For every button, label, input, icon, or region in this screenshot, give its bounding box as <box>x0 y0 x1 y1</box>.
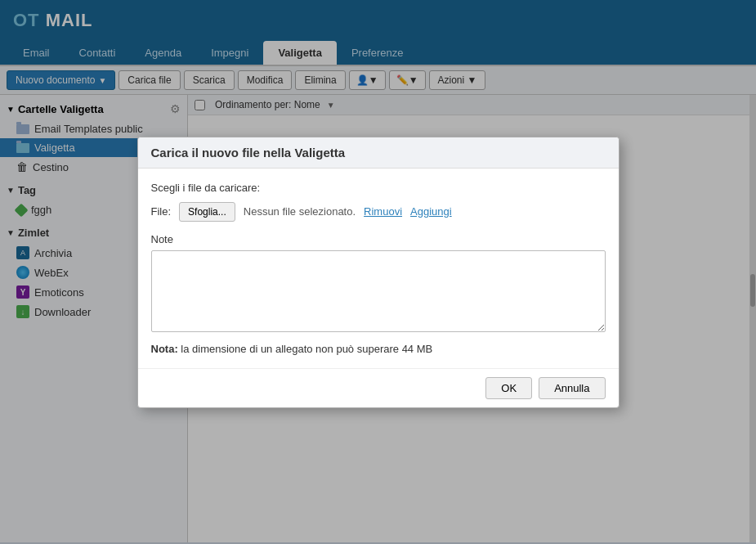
dialog-overlay: Carica il nuovo file nella Valigetta Sce… <box>0 0 756 544</box>
upload-dialog: Carica il nuovo file nella Valigetta Sce… <box>137 137 620 408</box>
add-link[interactable]: Aggiungi <box>410 205 452 218</box>
dialog-footer: OK Annulla <box>138 368 619 407</box>
file-row: File: Sfoglia... Nessun file selezionato… <box>151 202 606 222</box>
dialog-body: Scegli i file da caricare: File: Sfoglia… <box>138 169 619 368</box>
note-info-text: Nota: la dimensione di un allegato non p… <box>151 343 606 355</box>
dialog-title: Carica il nuovo file nella Valigetta <box>138 137 619 169</box>
nota-prefix: Nota: <box>151 343 178 355</box>
nota-body: la dimensione di un allegato non può sup… <box>178 343 433 355</box>
note-textarea[interactable] <box>151 250 606 332</box>
remove-link[interactable]: Rimuovi <box>364 205 402 218</box>
ok-button[interactable]: OK <box>485 377 532 399</box>
no-file-text: Nessun file selezionato. <box>244 205 356 218</box>
browse-button[interactable]: Sfoglia... <box>179 202 235 222</box>
choose-files-label: Scegli i file da caricare: <box>151 182 606 194</box>
note-label: Note <box>151 233 606 245</box>
cancel-button[interactable]: Annulla <box>539 377 605 399</box>
file-label: File: <box>151 205 172 218</box>
